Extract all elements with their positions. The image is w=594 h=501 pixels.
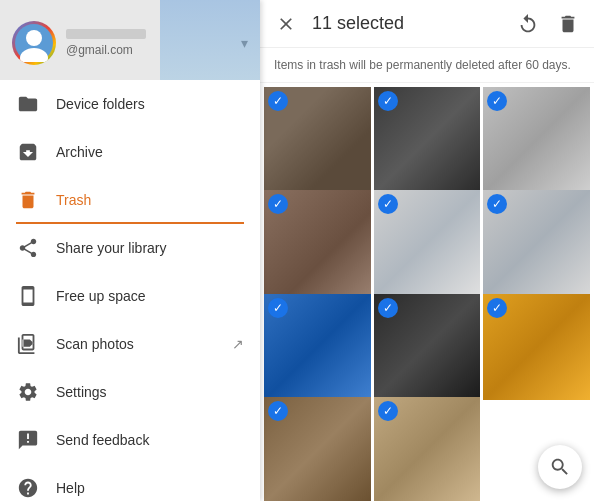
svg-point-0: [26, 30, 42, 46]
checkmark-1: ✓: [268, 91, 288, 111]
profile-section[interactable]: @gmail.com ▾: [0, 0, 260, 80]
profile-bg: [160, 0, 260, 80]
folder-icon: [16, 92, 40, 116]
close-button[interactable]: [272, 10, 300, 38]
restore-button[interactable]: [514, 10, 542, 38]
sidebar-label-help: Help: [56, 480, 85, 496]
photo-item-7[interactable]: ✓: [264, 294, 371, 401]
checkmark-2: ✓: [378, 91, 398, 111]
checkmark-5: ✓: [378, 194, 398, 214]
sidebar-item-trash[interactable]: Trash: [0, 176, 260, 224]
avatar: [12, 21, 56, 65]
photo-item-8[interactable]: ✓: [374, 294, 481, 401]
sidebar-label-device-folders: Device folders: [56, 96, 145, 112]
top-bar: 11 selected: [260, 0, 594, 48]
photo-item-11[interactable]: ✓: [374, 397, 481, 501]
sidebar-label-trash: Trash: [56, 192, 91, 208]
checkmark-8: ✓: [378, 298, 398, 318]
phone-icon: [16, 284, 40, 308]
sidebar-label-free-space: Free up space: [56, 288, 146, 304]
photo-item-4[interactable]: ✓: [264, 190, 371, 297]
photo-item-9[interactable]: ✓: [483, 294, 590, 401]
trash-icon: [16, 188, 40, 212]
right-wrapper: 11 selected Items in trash will be perma…: [260, 0, 594, 501]
gear-icon: [16, 380, 40, 404]
delete-button[interactable]: [554, 10, 582, 38]
checkmark-4: ✓: [268, 194, 288, 214]
checkmark-10: ✓: [268, 401, 288, 421]
left-panel: @gmail.com ▾ Device folders Archive: [0, 0, 260, 501]
photo-item-3[interactable]: ✓: [483, 87, 590, 194]
photo-item-10[interactable]: ✓: [264, 397, 371, 501]
sidebar-label-feedback: Send feedback: [56, 432, 149, 448]
menu-list: Device folders Archive Trash: [0, 80, 260, 501]
checkmark-7: ✓: [268, 298, 288, 318]
checkmark-3: ✓: [487, 91, 507, 111]
svg-point-1: [20, 48, 48, 62]
search-fab[interactable]: [538, 445, 582, 489]
sidebar-item-share-library[interactable]: Share your library: [0, 224, 260, 272]
feedback-icon: [16, 428, 40, 452]
right-panel: 11 selected Items in trash will be perma…: [260, 0, 594, 501]
sidebar-item-free-space[interactable]: Free up space: [0, 272, 260, 320]
sidebar-label-archive: Archive: [56, 144, 103, 160]
photo-item-1[interactable]: ✓: [264, 87, 371, 194]
sidebar-item-scan-photos[interactable]: Scan photos ↗: [0, 320, 260, 368]
sidebar-item-device-folders[interactable]: Device folders: [0, 80, 260, 128]
checkmark-11: ✓: [378, 401, 398, 421]
photo-grid: ✓ ✓ ✓ ✓ ✓ ✓ ✓ ✓ ✓: [260, 83, 594, 501]
archive-icon: [16, 140, 40, 164]
checkmark-6: ✓: [487, 194, 507, 214]
sidebar-label-share-library: Share your library: [56, 240, 167, 256]
photo-item-5[interactable]: ✓: [374, 190, 481, 297]
sidebar-item-feedback[interactable]: Send feedback: [0, 416, 260, 464]
sidebar-label-scan-photos: Scan photos: [56, 336, 134, 352]
photo-item-2[interactable]: ✓: [374, 87, 481, 194]
sidebar-item-archive[interactable]: Archive: [0, 128, 260, 176]
selected-count-label: 11 selected: [312, 13, 502, 34]
share-icon: [16, 236, 40, 260]
sidebar-item-settings[interactable]: Settings: [0, 368, 260, 416]
profile-name-bar: [66, 29, 146, 39]
sidebar-item-help[interactable]: Help: [0, 464, 260, 501]
info-message: Items in trash will be permanently delet…: [260, 48, 594, 83]
external-link-icon: ↗: [232, 336, 244, 352]
scan-icon: [16, 332, 40, 356]
sidebar-label-settings: Settings: [56, 384, 107, 400]
help-icon: [16, 476, 40, 500]
photo-item-6[interactable]: ✓: [483, 190, 590, 297]
checkmark-9: ✓: [487, 298, 507, 318]
